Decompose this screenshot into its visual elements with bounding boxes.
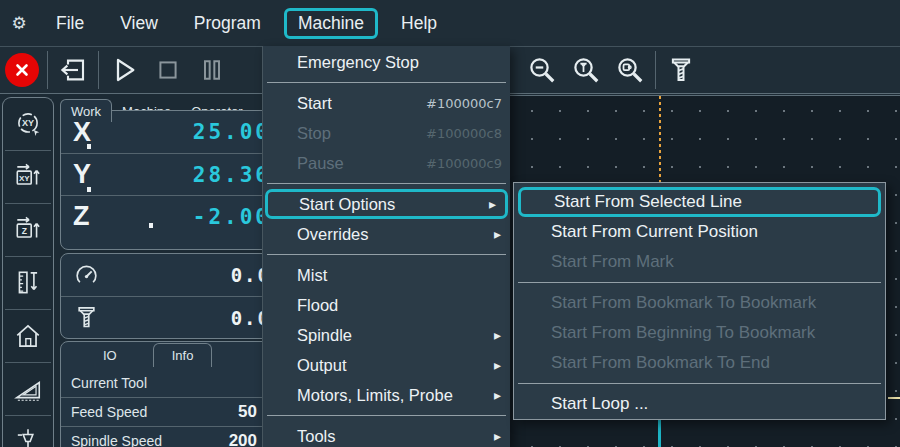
home-button[interactable]	[3, 310, 53, 362]
svg-text:XY: XY	[19, 174, 30, 183]
menu-separator	[263, 410, 510, 421]
machine-menu: Emergency Stop Start#100000c7 Stop#10000…	[262, 46, 510, 447]
feed-speed-info-value: 50	[147, 402, 257, 422]
menu-item-start-options[interactable]: Start Options	[265, 189, 508, 219]
menu-item-tools[interactable]: Tools	[263, 421, 510, 447]
menu-item-emergency-stop[interactable]: Emergency Stop	[263, 47, 510, 77]
feed-speed-value: 0.0	[100, 264, 271, 286]
menu-bar: ⚙︎ File View Program Machine Help	[0, 0, 900, 46]
menu-item-start[interactable]: Start#100000c7	[263, 88, 510, 118]
menu-separator	[263, 77, 510, 88]
submenu-item-start-from-bookmark-to-end[interactable]: Start From Bookmark To End	[514, 348, 885, 378]
toolbar-right-group	[520, 47, 703, 93]
menu-item-stop[interactable]: Stop#100000c8	[263, 118, 510, 148]
menu-separator	[514, 277, 885, 288]
probe-icon	[13, 427, 43, 447]
play-button[interactable]	[102, 48, 146, 92]
goto-xy-button[interactable]: XY	[3, 98, 53, 150]
spindle-speed-info-value: 200	[162, 431, 257, 447]
axis-z-dot	[149, 223, 153, 228]
shortcut-label: #100000c8	[426, 126, 502, 141]
left-sidebar: XY XY Z	[2, 97, 54, 447]
shortcut-label: #100000c9	[426, 156, 502, 171]
toolbar-separator	[98, 51, 99, 89]
tool-button[interactable]	[659, 48, 703, 92]
zoom-tool-icon	[571, 55, 601, 85]
current-tool-label: Current Tool	[71, 375, 147, 391]
toolbar-separator	[47, 51, 48, 89]
axis-y-dot	[87, 187, 91, 192]
submenu-item-start-from-beginning-to-bookmark[interactable]: Start From Beginning To Bookmark	[514, 318, 885, 348]
submenu-item-start-from-bookmark-to-bookmark[interactable]: Start From Bookmark To Bookmark	[514, 288, 885, 318]
park-xy-icon: XY	[13, 162, 43, 192]
menu-separator	[514, 378, 885, 389]
menu-item-pause[interactable]: Pause#100000c9	[263, 148, 510, 178]
measure-angle-icon	[13, 374, 43, 404]
tab-io[interactable]: IO	[85, 344, 135, 367]
tab-work[interactable]: Work	[60, 99, 112, 122]
park-z-icon: Z	[13, 215, 43, 245]
axis-x-dot	[87, 144, 91, 149]
menu-separator	[263, 178, 510, 189]
grid-axis-line-orange	[659, 96, 661, 182]
open-program-button[interactable]	[51, 48, 95, 92]
menu-item-output[interactable]: Output	[263, 350, 510, 380]
stop-button[interactable]	[146, 48, 190, 92]
axis-z-label: Z	[73, 201, 133, 232]
zoom-to-fit-button[interactable]	[608, 48, 652, 92]
position-line-teal	[658, 419, 661, 447]
menu-item-motors-limits-probe[interactable]: Motors, Limits, Probe	[263, 380, 510, 410]
tool-icon	[666, 55, 696, 85]
measure-offset-button[interactable]	[3, 257, 53, 309]
spindle-speed-value: 0.0	[100, 307, 271, 329]
probe-button[interactable]	[3, 416, 53, 447]
menubar-item-view[interactable]: View	[107, 9, 171, 38]
menu-item-spindle[interactable]: Spindle	[263, 320, 510, 350]
zoom-out-icon	[527, 55, 557, 85]
feed-gauge-icon	[73, 262, 100, 289]
open-program-icon	[58, 55, 88, 85]
start-options-submenu: Start From Selected Line Start From Curr…	[513, 182, 886, 420]
menu-item-mist[interactable]: Mist	[263, 260, 510, 290]
toolpath-segment-yellow	[888, 397, 900, 399]
submenu-item-start-from-selected-line[interactable]: Start From Selected Line	[518, 187, 881, 217]
zoom-out-button[interactable]	[520, 48, 564, 92]
menu-item-overrides[interactable]: Overrides	[263, 219, 510, 249]
toolbar-separator	[655, 51, 656, 89]
gear-logo-icon: ⚙︎	[0, 13, 38, 34]
shortcut-label: #100000c7	[426, 96, 502, 111]
home-icon	[13, 321, 43, 351]
feed-speed-label: Feed Speed	[71, 404, 147, 420]
menu-item-flood[interactable]: Flood	[263, 290, 510, 320]
zoom-fit-icon	[615, 55, 645, 85]
play-icon	[108, 54, 140, 86]
svg-text:XY: XY	[22, 118, 34, 128]
submenu-item-start-from-current-position[interactable]: Start From Current Position	[514, 217, 885, 247]
menubar-item-machine[interactable]: Machine	[284, 8, 378, 39]
spindle-speed-label: Spindle Speed	[71, 433, 162, 447]
spindle-tool-icon	[73, 304, 100, 331]
measure-angle-button[interactable]	[3, 363, 53, 415]
emergency-stop-button[interactable]	[0, 48, 44, 92]
svg-text:Z: Z	[22, 226, 27, 236]
tab-info[interactable]: Info	[153, 343, 213, 367]
emergency-stop-icon	[5, 53, 39, 87]
app-window: ⚙︎ File View Program Machine Help	[0, 0, 900, 447]
measure-offset-icon	[13, 268, 43, 298]
axis-y-label: Y	[73, 159, 133, 190]
menu-separator	[263, 249, 510, 260]
goto-xy-icon: XY	[13, 109, 43, 139]
menubar-item-file[interactable]: File	[43, 9, 97, 38]
pause-button[interactable]	[190, 48, 234, 92]
stop-icon	[154, 56, 182, 84]
park-xy-button[interactable]: XY	[3, 151, 53, 203]
menubar-item-program[interactable]: Program	[181, 9, 274, 38]
zoom-to-tool-button[interactable]	[564, 48, 608, 92]
menubar-item-help[interactable]: Help	[388, 9, 450, 38]
axis-z-value: -2.00	[133, 205, 271, 229]
park-z-button[interactable]: Z	[3, 204, 53, 256]
submenu-item-start-loop[interactable]: Start Loop ...	[514, 389, 885, 419]
submenu-item-start-from-mark[interactable]: Start From Mark	[514, 247, 885, 277]
axis-y-value: 28.36	[133, 163, 271, 187]
axis-x-value: 25.00	[133, 120, 271, 144]
